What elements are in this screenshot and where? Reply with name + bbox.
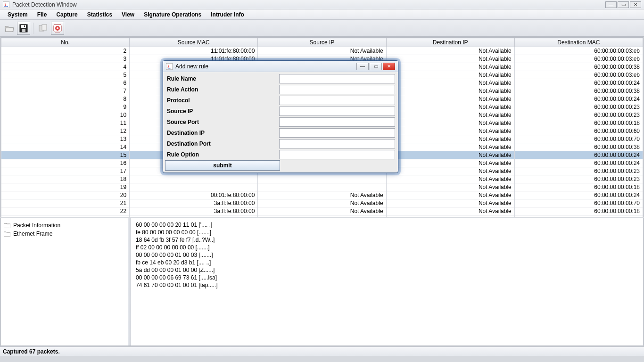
table-cell: Not Available: [386, 71, 514, 79]
table-cell: Not Available: [386, 159, 514, 167]
toolbar: [0, 20, 644, 37]
table-cell: 17: [1, 167, 130, 175]
table-cell: 14: [1, 143, 130, 151]
hex-line: ff 02 00 00 00 00 00 00 [.......]: [136, 244, 638, 251]
menu-intruder-info[interactable]: Intruder Info: [206, 10, 249, 19]
dialog-close-button[interactable]: ✕: [383, 63, 395, 70]
table-cell: 5: [1, 71, 130, 79]
table-cell: 60:00:00:00:00:24: [514, 151, 643, 159]
input-protocol[interactable]: [279, 96, 395, 105]
table-cell: 9: [1, 103, 130, 111]
table-cell: 60:00:00:00:03:eb: [514, 55, 643, 63]
hex-line: fe 80 00 00 00 00 00 00 [.......]: [136, 229, 638, 236]
col-destination-mac[interactable]: Destination MAC: [514, 38, 643, 47]
table-cell: Not Available: [386, 191, 514, 199]
table-cell: 11:01:fe:80:00:00: [130, 47, 258, 55]
table-cell: 00:01:fe:80:00:00: [130, 191, 258, 199]
input-destination-ip[interactable]: [279, 128, 395, 138]
table-row[interactable]: 211:01:fe:80:00:00Not AvailableNot Avail…: [1, 47, 643, 55]
table-cell: 23: [1, 215, 130, 218]
svg-rect-3: [22, 29, 25, 32]
minimize-button[interactable]: —: [605, 1, 617, 8]
toolbar-separator: [33, 23, 34, 34]
table-cell: Not Available: [386, 103, 514, 111]
table-cell: Not Available: [386, 167, 514, 175]
table-cell: Not Available: [386, 47, 514, 55]
table-cell: Not Available: [386, 183, 514, 191]
menu-system[interactable]: System: [3, 10, 33, 19]
col-destination-ip[interactable]: Destination IP: [386, 38, 514, 47]
table-row[interactable]: 18Not Available60:00:00:00:00:23: [1, 175, 643, 183]
tree-pane[interactable]: Packet Information Ethernet Frame: [1, 218, 128, 346]
hex-pane[interactable]: 60 00 00 00 00 20 11 01 ['.... .] fe 80 …: [131, 218, 643, 346]
tree-label: Ethernet Frame: [13, 230, 52, 237]
table-cell: 15: [1, 151, 130, 159]
label-rule-action: Rule Action: [164, 86, 279, 93]
table-cell: 60:00:00:00:00:18: [514, 183, 643, 191]
capture-button[interactable]: [51, 22, 64, 35]
dialog-titlebar[interactable]: Add new rule — ▭ ✕: [163, 61, 398, 72]
input-rule-action[interactable]: [279, 85, 395, 94]
maximize-button[interactable]: ▭: [618, 1, 629, 8]
col-source-mac[interactable]: Source MAC: [130, 38, 258, 47]
dialog-body: Rule Name Rule Action Protocol Source IP…: [163, 72, 398, 173]
status-text: Captured 67 packets.: [3, 348, 60, 355]
statusbar: Captured 67 packets.: [0, 346, 644, 356]
dialog-minimize-button[interactable]: —: [356, 63, 369, 70]
input-rule-name[interactable]: [279, 74, 395, 83]
table-cell: 60:00:00:00:00:23: [514, 167, 643, 175]
table-cell: 60:00:00:00:00:70: [514, 215, 643, 218]
menu-signature-operations[interactable]: Signature Operations: [139, 10, 206, 19]
table-cell: Not Available: [386, 127, 514, 135]
table-row[interactable]: 19Not Available60:00:00:00:00:18: [1, 183, 643, 191]
table-cell: 8: [1, 95, 130, 103]
submit-button[interactable]: submit: [165, 160, 280, 171]
table-row[interactable]: 2000:01:fe:80:00:00Not AvailableNot Avai…: [1, 191, 643, 199]
tree-item-ethernet-frame[interactable]: Ethernet Frame: [4, 230, 125, 238]
table-cell: Not Available: [258, 199, 386, 207]
col-source-ip[interactable]: Source IP: [258, 38, 386, 47]
table-row[interactable]: 233a:ff:fe:80:00:00Not AvailableNot Avai…: [1, 215, 643, 218]
menu-file[interactable]: File: [33, 10, 52, 19]
open-button[interactable]: [3, 22, 16, 35]
label-source-ip: Source IP: [164, 108, 279, 115]
add-rule-dialog: Add new rule — ▭ ✕ Rule Name Rule Action…: [163, 60, 398, 173]
table-cell: Not Available: [258, 215, 386, 218]
table-cell: 60:00:00:00:00:38: [514, 143, 643, 151]
table-row[interactable]: 213a:ff:fe:80:00:00Not AvailableNot Avai…: [1, 199, 643, 207]
bottom-panes: Packet Information Ethernet Frame 60 00 …: [0, 218, 644, 346]
col-no[interactable]: No.: [1, 38, 130, 47]
input-source-port[interactable]: [279, 117, 395, 127]
input-destination-port[interactable]: [279, 139, 395, 148]
table-cell: 60:00:00:00:00:24: [514, 95, 643, 103]
copy-button[interactable]: [37, 22, 50, 35]
svg-rect-6: [42, 25, 47, 30]
input-source-ip[interactable]: [279, 107, 395, 116]
label-rule-option: Rule Option: [164, 151, 279, 158]
table-cell: [258, 175, 386, 183]
window-titlebar: Packet Detection Window — ▭ ✕: [0, 0, 644, 9]
hex-line: 74 61 70 00 00 01 00 01 [tap.....]: [136, 281, 638, 289]
hex-line: 18 64 0d fb 3f 57 fe f7 [.d..?W..]: [136, 236, 638, 244]
table-cell: 3a:ff:fe:80:00:00: [130, 199, 258, 207]
hex-line: fb ce 14 eb 00 20 d3 b1 [.... ..]: [136, 259, 638, 266]
table-cell: [130, 183, 258, 191]
table-row[interactable]: 223a:ff:fe:80:00:00Not AvailableNot Avai…: [1, 207, 643, 215]
label-protocol: Protocol: [164, 97, 279, 104]
dialog-maximize-button[interactable]: ▭: [370, 63, 382, 70]
close-button[interactable]: ✕: [630, 1, 641, 8]
input-rule-option[interactable]: [279, 150, 395, 159]
menu-view[interactable]: View: [117, 10, 139, 19]
table-cell: 60:00:00:00:00:18: [514, 207, 643, 215]
tree-item-packet-info[interactable]: Packet Information: [4, 221, 125, 230]
save-button[interactable]: [17, 22, 30, 35]
table-cell: 7: [1, 87, 130, 95]
menu-statistics[interactable]: Statistics: [83, 10, 117, 19]
table-cell: 21: [1, 199, 130, 207]
hex-line: 60 00 00 00 00 20 11 01 ['.... .]: [136, 221, 638, 229]
table-cell: 60:00:00:00:00:24: [514, 79, 643, 87]
table-cell: 6: [1, 79, 130, 87]
table-cell: 60:00:00:00:00:23: [514, 103, 643, 111]
menu-capture[interactable]: Capture: [51, 10, 82, 19]
table-cell: 19: [1, 183, 130, 191]
